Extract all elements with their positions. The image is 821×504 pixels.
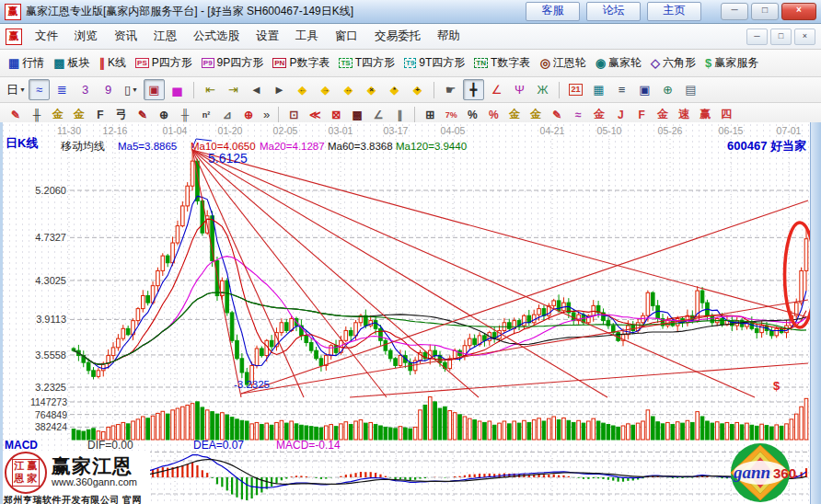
close-button[interactable]: × <box>781 3 816 20</box>
nav-prev-button[interactable]: ◄ <box>246 79 267 100</box>
minimize-button[interactable]: ─ <box>721 3 748 20</box>
9t-square-button[interactable]: T99T四方形 <box>399 53 469 73</box>
draw-gold-circle-tool[interactable]: 金 <box>504 105 525 124</box>
restore-button[interactable]: □ <box>751 3 779 20</box>
menu-item-江恩[interactable]: 江恩 <box>145 25 185 48</box>
bars-9min-icon[interactable]: 9 <box>98 79 119 100</box>
draw-gold-grid2-tool[interactable]: 金 <box>69 105 89 124</box>
draw-fan-tool[interactable]: ≪ <box>305 105 325 124</box>
draw-gold2-line-tool[interactable]: 金 <box>653 105 673 124</box>
gann-diamond-star-button[interactable]: ◆* <box>384 79 405 100</box>
color-histogram-icon[interactable]: ▅ <box>167 79 188 100</box>
gann-diamond-both-button[interactable]: ◆↔ <box>338 79 359 100</box>
crosshair-tool[interactable]: ╋ <box>463 79 484 100</box>
gann-diamond-plus-button[interactable]: ◆+ <box>407 79 428 100</box>
draw-grid2-tool[interactable]: ╫ <box>175 105 195 124</box>
t-number-table-button[interactable]: TNT数字表 <box>469 53 535 73</box>
nav-first-button[interactable]: ⇤ <box>200 79 221 100</box>
draw-grid-tool[interactable]: ╫ <box>27 105 47 124</box>
more-tools-button[interactable]: » <box>260 108 273 121</box>
sectors-button[interactable]: ▩板块 <box>49 53 94 73</box>
menu-item-文件[interactable]: 文件 <box>27 25 66 48</box>
calculator-icon[interactable]: ▦ <box>588 79 609 100</box>
draw-four-line-tool-glyph: 四 <box>721 107 732 122</box>
f10-info-icon[interactable]: ≣ <box>52 79 73 100</box>
draw-speed-line-tool[interactable]: 速 <box>674 105 694 124</box>
9p-square-button[interactable]: P99P四方形 <box>197 53 268 73</box>
bars-3min-icon[interactable]: 3 <box>75 79 96 100</box>
chip-distribution-icon[interactable]: ▣ <box>144 79 165 100</box>
quotes-button[interactable]: ▦行情 <box>4 53 49 73</box>
draw-pen-tool[interactable]: ✎ <box>6 105 26 124</box>
calendar-icon[interactable]: 21 <box>565 79 586 100</box>
draw-angle-line-tool[interactable]: ∠ <box>368 105 388 124</box>
draw-j-line-tool[interactable]: J <box>610 105 630 124</box>
draw-win-line-tool[interactable]: 赢 <box>695 105 715 124</box>
kline-button[interactable]: ∥K线 <box>95 53 132 73</box>
candle-style-selector[interactable]: ▯▼ <box>121 79 142 100</box>
forum-button[interactable]: 论坛 <box>586 2 641 21</box>
brand-website: www.360gann.com <box>52 476 137 488</box>
mdi-minimize-button[interactable]: ─ <box>746 29 768 45</box>
timeshare-chart-icon[interactable]: ≈ <box>29 79 50 100</box>
menu-item-工具[interactable]: 工具 <box>287 25 327 48</box>
notepad-icon[interactable]: ≡ <box>611 79 632 100</box>
save-icon[interactable]: ▣ <box>634 79 655 100</box>
computer-icon[interactable]: ▤ <box>680 79 701 100</box>
gann-diamond-right-button[interactable]: ◆→ <box>315 79 336 100</box>
draw-gold-line-tool[interactable]: 金 <box>526 105 546 124</box>
draw-percent-line-tool[interactable]: % <box>483 105 503 124</box>
menu-item-帮助[interactable]: 帮助 <box>429 25 468 48</box>
draw-gold-angle-tool[interactable]: 金 <box>589 105 609 124</box>
draw-ratio-grid-tool[interactable]: ⊞ <box>420 105 440 124</box>
draw-fan-box-tool[interactable]: ⊠ <box>326 105 346 124</box>
draw-four-line-tool[interactable]: 四 <box>716 105 736 124</box>
gann-diamond-left-button[interactable]: ◆← <box>292 79 313 100</box>
pattern-tool[interactable]: Ж <box>532 79 553 100</box>
kline-period-selector-dropdown-arrow: ▼ <box>19 86 26 93</box>
draw-wave-tool[interactable]: ≈ <box>568 105 588 124</box>
homepage-button[interactable]: 主页 <box>647 2 701 21</box>
gann-diamond-cross-button[interactable]: ◆× <box>361 79 382 100</box>
p-number-table-button[interactable]: PNP数字表 <box>268 53 334 73</box>
hand-pan-tool[interactable]: ☛ <box>440 79 461 100</box>
kline-period-selector[interactable]: 日▼ <box>6 79 27 100</box>
draw-multi-line-tool[interactable]: ∥ <box>389 105 410 124</box>
menu-item-窗口[interactable]: 窗口 <box>327 25 366 48</box>
menu-item-浏览[interactable]: 浏览 <box>66 25 106 48</box>
winner-wheel-button[interactable]: ◉赢家轮 <box>591 53 646 73</box>
draw-n2-tool[interactable]: n² <box>196 105 216 124</box>
menu-item-资讯[interactable]: 资讯 <box>106 25 145 48</box>
draw-flag-tool[interactable]: ⊿ <box>217 105 237 124</box>
draw-percent-line-tool-glyph: % <box>489 109 499 121</box>
t-square-button[interactable]: TST四方形 <box>334 53 399 73</box>
draw-target-tool[interactable]: ⊕ <box>238 105 259 124</box>
winner-service-button[interactable]: $赢家服务 <box>700 53 763 73</box>
gann-shape-tool[interactable]: Ψ <box>509 79 530 100</box>
mdi-restore-button[interactable]: □ <box>770 29 792 45</box>
kline-chart-canvas[interactable]: 5.20604.73274.30253.91133.55583.232511-3… <box>0 122 810 504</box>
angle-measure-tool[interactable]: ∠ <box>486 79 507 100</box>
draw-bow-tool[interactable]: 弓 <box>111 105 132 124</box>
gann-wheel-button[interactable]: ◎江恩轮 <box>535 53 590 73</box>
p-square-button[interactable]: PSP四方形 <box>131 53 197 73</box>
draw-percent-tool[interactable]: % <box>462 105 482 124</box>
menu-item-设置[interactable]: 设置 <box>248 25 287 48</box>
nav-last-button[interactable]: ⇥ <box>223 79 244 100</box>
nav-next-button[interactable]: ► <box>269 79 290 100</box>
draw-f-line-tool[interactable]: F <box>631 105 652 124</box>
draw-dense-box-tool[interactable]: ▩ <box>347 105 367 124</box>
menu-item-交易委托[interactable]: 交易委托 <box>366 25 429 48</box>
hexagon-button[interactable]: ◇六角形 <box>646 53 700 73</box>
draw-frame-tool[interactable]: ⊡ <box>283 105 304 124</box>
menu-item-公式选股[interactable]: 公式选股 <box>185 25 248 48</box>
draw-brush-tool[interactable]: ✎ <box>133 105 153 124</box>
network-icon[interactable]: ⊕ <box>657 79 678 100</box>
draw-f-grid-tool[interactable]: F <box>90 105 110 124</box>
draw-percent-retrace-tool[interactable]: 7% <box>441 105 461 124</box>
customer-service-button[interactable]: 客服 <box>526 2 580 21</box>
draw-circle-grid-tool[interactable]: ⊕ <box>154 105 174 124</box>
draw-gold-grid-tool[interactable]: 金 <box>48 105 68 124</box>
mdi-close-button[interactable]: × <box>794 29 815 45</box>
draw-brush2-tool[interactable]: ✎ <box>547 105 567 124</box>
